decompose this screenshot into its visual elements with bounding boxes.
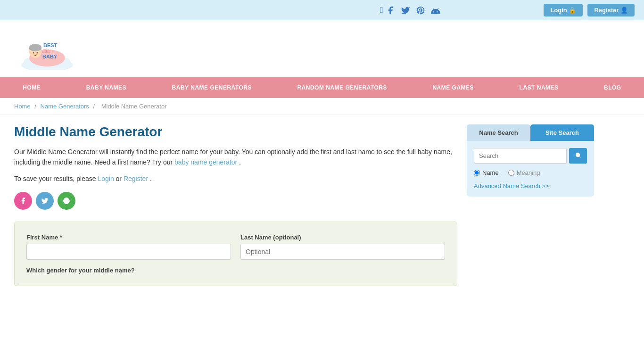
login-link[interactable]: Login (98, 175, 114, 182)
search-type-radios: Name Meaning (474, 169, 587, 176)
main-nav: HOME BABY NAMES BABY NAME GENERATORS RAN… (0, 77, 644, 98)
main-layout: Middle Name Generator Our Middle Name Ge… (0, 115, 644, 296)
nav-baby-names[interactable]: BABY NAMES (82, 77, 131, 98)
svg-point-15 (576, 153, 580, 157)
svg-rect-8 (29, 48, 41, 50)
breadcrumb-current: Middle Name Generator (101, 103, 167, 110)
radio-name-option[interactable]: Name (474, 169, 499, 176)
first-name-group: First Name * (26, 234, 231, 260)
tab-site-search[interactable]: Site Search (530, 124, 594, 141)
social-share-buttons (14, 192, 457, 210)
advanced-search-link[interactable]: Advanced Name Search >> (474, 182, 549, 189)
page-description: Our Middle Name Generator will instantly… (14, 147, 457, 168)
search-input[interactable] (474, 148, 567, 164)
svg-point-10 (37, 52, 38, 54)
save-text-prefix: To save your results, please (14, 175, 96, 182)
sidebar-body: Name Meaning Advanced Name Search >> (467, 141, 594, 197)
search-button[interactable] (569, 148, 587, 164)
first-name-label: First Name * (26, 234, 231, 241)
facebook-share-button[interactable] (14, 192, 32, 210)
breadcrumb: Home / Name Generators / Middle Name Gen… (0, 98, 644, 115)
top-bar:  Login 🔒 Register 👤 (0, 0, 644, 20)
logo[interactable]: BEST little BABY (14, 27, 80, 70)
auth-buttons: Login 🔒 Register 👤 (544, 4, 635, 16)
pinterest-share-button[interactable] (58, 192, 75, 210)
breadcrumb-separator-1: / (34, 103, 38, 110)
facebook-icon[interactable]:  (380, 5, 395, 15)
last-name-group: Last Name (optional) (240, 234, 445, 260)
radio-meaning-option[interactable]: Meaning (508, 169, 540, 176)
radio-meaning-label: Meaning (517, 169, 540, 176)
svg-line-16 (579, 156, 581, 158)
name-generator-form: First Name * Last Name (optional) Which … (14, 222, 457, 286)
nav-home[interactable]: HOME (18, 77, 45, 98)
nav-random-name-generators[interactable]: RANDOM NAME GENERATORS (292, 77, 392, 98)
tab-name-search[interactable]: Name Search (467, 124, 530, 141)
register-button[interactable]: Register 👤 (587, 4, 635, 16)
twitter-icon[interactable] (401, 5, 410, 15)
content-area: Middle Name Generator Our Middle Name Ge… (14, 124, 457, 286)
social-icons:  (277, 5, 544, 15)
svg-text:BABY: BABY (42, 54, 58, 59)
android-icon[interactable] (431, 5, 440, 15)
svg-text:BEST: BEST (43, 42, 58, 48)
breadcrumb-home[interactable]: Home (14, 103, 31, 110)
login-button[interactable]: Login 🔒 (544, 4, 583, 16)
page-title: Middle Name Generator (14, 124, 457, 140)
nav-last-names[interactable]: LAST NAMES (515, 77, 563, 98)
sidebar-tabs: Name Search Site Search (467, 124, 594, 141)
svg-point-9 (33, 52, 34, 54)
breadcrumb-separator-2: / (93, 103, 97, 110)
pinterest-icon[interactable] (416, 5, 425, 15)
baby-name-generator-link[interactable]: baby name generator (174, 158, 237, 166)
twitter-share-button[interactable] (36, 192, 54, 210)
breadcrumb-name-generators[interactable]: Name Generators (41, 103, 89, 110)
nav-blog[interactable]: BLOG (599, 77, 626, 98)
name-fields-row: First Name * Last Name (optional) (26, 234, 445, 260)
nav-baby-name-generators[interactable]: BABY NAME GENERATORS (167, 77, 256, 98)
last-name-input[interactable] (240, 244, 445, 260)
svg-text:little: little (42, 49, 51, 54)
or-text: or (116, 175, 124, 182)
last-name-label: Last Name (optional) (240, 234, 445, 241)
radio-name-label: Name (482, 169, 499, 176)
nav-name-games[interactable]: NAME GAMES (428, 77, 479, 98)
header: BEST little BABY (0, 20, 644, 77)
first-name-input[interactable] (26, 244, 231, 260)
radio-name-input[interactable] (474, 170, 480, 176)
search-row (474, 148, 587, 164)
radio-meaning-input[interactable] (508, 170, 514, 176)
sidebar: Name Search Site Search Name Meaning (467, 124, 594, 286)
gender-question: Which gender for your middle name? (26, 267, 445, 274)
description-text-2: . (239, 158, 241, 166)
save-text-end: . (150, 175, 152, 182)
save-text: To save your results, please Login or Re… (14, 175, 457, 182)
register-link[interactable]: Register (124, 175, 148, 182)
